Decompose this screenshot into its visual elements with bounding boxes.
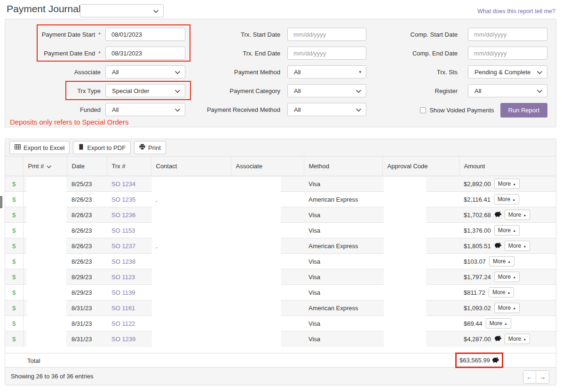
prev-page-button[interactable]: ← — [523, 371, 536, 383]
payment-category-label: Payment Category — [199, 87, 280, 94]
showing-entries-text: Showing 26 to 36 of 36 entries — [11, 373, 94, 380]
export-excel-button[interactable]: Export to Excel — [9, 141, 70, 154]
comp-start-date-input[interactable] — [468, 28, 547, 41]
date-cell: 8/29/23 — [67, 285, 107, 300]
method-cell: American Express — [304, 192, 382, 207]
comp-end-date-input[interactable] — [468, 47, 547, 60]
pmt-number-cell — [23, 269, 67, 285]
column-header-trx[interactable]: Trx # — [107, 157, 151, 176]
dollar-icon: $ — [12, 212, 16, 219]
run-report-button[interactable]: Run Report — [500, 103, 547, 118]
column-header-approval[interactable]: Approval Code — [382, 157, 459, 176]
piggy-bank-icon — [494, 242, 501, 250]
chevron-down-icon — [175, 87, 180, 94]
trx-number-cell: SO 1237 — [107, 238, 151, 254]
column-header-associate[interactable]: Associate — [231, 157, 304, 176]
amount-text: $2,892.00 — [464, 180, 491, 188]
amount-cell: $1,376.00More▲ — [459, 223, 556, 238]
column-header-contact[interactable]: Contact — [151, 157, 231, 176]
trx-link[interactable]: SO 1238 — [111, 258, 135, 265]
table-row: $8/31/23SO 1161American Express$1,093.02… — [5, 300, 556, 316]
table-row: $8/31/23SO 1239Visa$4,287.00More▲ — [5, 331, 556, 347]
more-button[interactable]: More▲ — [494, 225, 520, 235]
more-button[interactable]: More▲ — [505, 241, 530, 251]
column-header-method[interactable]: Method — [304, 157, 382, 176]
associate-cell — [231, 331, 304, 347]
date-cell: 8/26/23 — [67, 192, 107, 207]
payment-method-label: Payment Method — [199, 69, 280, 76]
print-button[interactable]: Print — [134, 141, 166, 154]
column-header-date[interactable]: Date — [67, 157, 107, 176]
amount-cell: $1,093.02More▲ — [459, 300, 556, 316]
trx-start-date-input[interactable] — [287, 28, 366, 41]
payment-date-start-input[interactable] — [105, 28, 185, 41]
trx-end-date-input[interactable] — [287, 47, 366, 60]
amount-cell: $1,797.24More▲ — [459, 269, 556, 285]
associate-cell — [231, 192, 304, 207]
chevron-down-icon — [153, 8, 158, 15]
trx-number-cell: SO 1153 — [107, 223, 151, 238]
show-voided-payments-checkbox[interactable] — [420, 107, 426, 113]
amount-cell: $103.07More▲ — [459, 254, 556, 269]
more-button[interactable]: More▲ — [494, 194, 519, 204]
chevron-down-icon — [356, 106, 361, 113]
trx-type-select[interactable]: Special Order — [105, 84, 185, 97]
approval-code-cell — [382, 207, 459, 223]
trx-link[interactable]: SO 1235 — [111, 196, 135, 203]
more-button[interactable]: More▲ — [489, 287, 514, 298]
help-link[interactable]: What does this report tell me? — [477, 8, 555, 15]
more-button[interactable]: More▲ — [486, 318, 511, 329]
trx-link[interactable]: SO 1237 — [111, 243, 135, 250]
trx-link[interactable]: SO 1234 — [111, 180, 135, 188]
triangle-up-icon: ▲ — [513, 275, 516, 279]
trx-number-cell: SO 1139 — [107, 285, 151, 300]
trx-link[interactable]: SO 1153 — [111, 227, 135, 234]
method-cell: Visa — [304, 269, 382, 285]
trx-link[interactable]: SO 1139 — [111, 289, 135, 296]
contact-cell — [151, 269, 231, 285]
table-row: $8/29/23SO 1123Visa$1,797.24More▲ — [5, 269, 556, 285]
payment-category-select[interactable]: All — [287, 84, 366, 97]
amount-text: $4,287.00 — [464, 336, 491, 343]
trx-link[interactable]: SO 1122 — [111, 320, 135, 327]
pagination: ← → — [523, 370, 549, 384]
triangle-up-icon: ▲ — [523, 244, 526, 248]
contact-cell — [151, 331, 231, 347]
contact-remnant: . — [156, 196, 158, 203]
register-select[interactable]: All — [468, 84, 547, 97]
report-type-select[interactable] — [80, 4, 164, 17]
approval-code-cell — [382, 285, 459, 300]
trx-link[interactable]: SO 1161 — [111, 305, 135, 312]
deposits-note: Deposits only refers to Special Orders — [10, 118, 129, 126]
contact-cell — [151, 176, 231, 192]
payment-received-method-select[interactable]: All — [287, 103, 366, 116]
funded-select[interactable]: All — [105, 103, 185, 116]
next-page-button[interactable]: → — [536, 371, 549, 383]
column-header-pmt[interactable]: Pmt # — [23, 157, 67, 176]
payment-method-select[interactable]: All ▾ — [287, 65, 366, 78]
more-button[interactable]: More▲ — [494, 303, 520, 313]
trx-number-cell: SO 1234 — [107, 176, 151, 192]
chevron-down-icon — [537, 87, 542, 94]
more-button[interactable]: More▲ — [494, 272, 520, 282]
trx-link[interactable]: SO 1123 — [111, 274, 135, 281]
associate-cell — [231, 285, 304, 300]
pmt-number-cell — [23, 238, 67, 254]
trx-link[interactable]: SO 1239 — [111, 336, 135, 343]
export-pdf-button[interactable]: Export to PDF — [73, 141, 131, 154]
column-header-amount[interactable]: Amount — [459, 157, 556, 176]
associate-select[interactable]: All — [105, 65, 185, 78]
more-button[interactable]: More▲ — [505, 334, 530, 344]
more-button[interactable]: More▲ — [489, 256, 515, 267]
trx-link[interactable]: SO 1236 — [111, 212, 135, 219]
approval-code-cell — [382, 238, 459, 254]
more-button[interactable]: More▲ — [494, 179, 520, 189]
page-title: Payment Journal — [7, 3, 81, 15]
amount-cell: $1,702.68More▲ — [459, 207, 556, 223]
dollar-icon: $ — [12, 289, 16, 296]
cash-cell: $ — [5, 254, 23, 269]
approval-code-cell — [382, 331, 459, 347]
more-button[interactable]: More▲ — [505, 210, 530, 220]
payment-date-end-input[interactable] — [105, 47, 185, 60]
trx-sts-select[interactable]: Pending & Complete — [468, 65, 547, 78]
